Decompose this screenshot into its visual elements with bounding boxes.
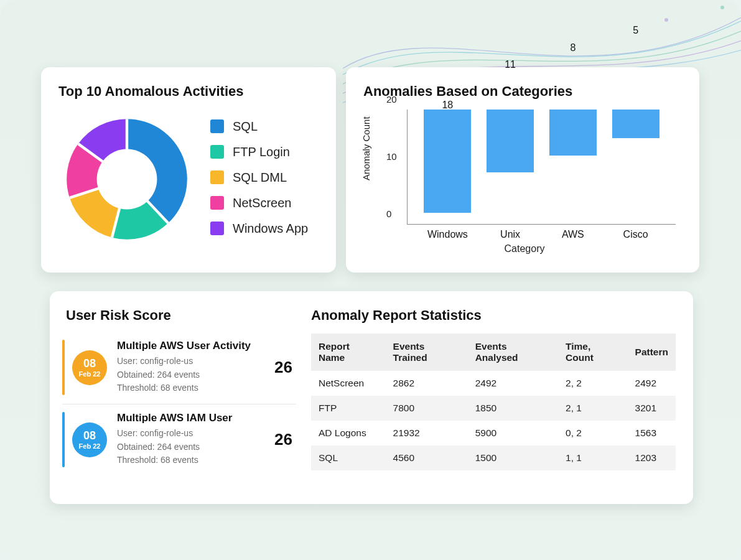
table-cell: 1500: [468, 446, 558, 470]
bottom-card: User Risk Score 08Feb 22Multiple AWS Use…: [50, 291, 693, 504]
table-cell: 5900: [468, 421, 558, 446]
donut-legend: SQLFTP LoginSQL DMLNetScreenWindows App: [210, 119, 308, 236]
table-cell: 2492: [628, 371, 676, 396]
bar-category-label: Windows: [427, 229, 468, 240]
legend-swatch: [210, 170, 224, 184]
legend-swatch: [210, 145, 224, 159]
table-cell: NetScreen: [311, 371, 386, 396]
table-cell: 2492: [468, 371, 558, 396]
anomalies-categories-card: Anomalies Based on Categories Anomaly Co…: [346, 67, 699, 273]
badge-month: Feb 22: [79, 443, 101, 450]
table-row: FTP780018502, 13201: [311, 396, 676, 421]
table-cell: 21932: [386, 421, 468, 446]
table-header: Report Name: [311, 334, 386, 371]
date-badge: 08Feb 22: [72, 350, 107, 385]
bar-rect: [549, 110, 597, 156]
bar-value: 8: [570, 42, 576, 110]
risk-title: Multiple AWS IAM User: [117, 412, 269, 424]
user-risk-score-panel: User Risk Score 08Feb 22Multiple AWS Use…: [62, 307, 296, 492]
legend-swatch: [210, 119, 224, 133]
svg-point-8: [97, 149, 157, 210]
risk-threshold: Threshold: 68 events: [117, 454, 269, 467]
risk-obtained: Obtained: 264 events: [117, 368, 269, 382]
table-cell: AD Logons: [311, 421, 386, 446]
table-header: Time, Count: [558, 334, 628, 371]
bar-col: 18Windows: [424, 110, 471, 224]
legend-item: SQL: [210, 119, 308, 134]
table-header: Events Analysed: [468, 334, 558, 371]
bar-value: 5: [633, 25, 638, 110]
risk-item[interactable]: 08Feb 22Multiple AWS User ActivityUser: …: [62, 332, 296, 404]
legend-label: NetScreen: [233, 196, 292, 210]
bar-col: 8AWS: [549, 110, 597, 224]
anomaly-report-statistics-panel: Anomaly Report Statistics Report NameEve…: [311, 307, 676, 492]
legend-label: Windows App: [233, 222, 308, 236]
risk-threshold: Threshold: 68 events: [117, 381, 269, 395]
panel-title: User Risk Score: [66, 307, 296, 324]
bar-rect: [487, 110, 534, 172]
table-cell: SQL: [311, 446, 386, 470]
date-badge: 08Feb 22: [72, 422, 107, 457]
risk-title: Multiple AWS User Activity: [117, 340, 269, 352]
table-cell: 2862: [386, 371, 468, 396]
badge-month: Feb 22: [79, 371, 101, 378]
table-row: SQL456015001, 11203: [311, 446, 676, 470]
risk-score: 26: [274, 430, 292, 449]
stats-table: Report NameEvents TrainedEvents Analysed…: [311, 334, 676, 470]
legend-item: FTP Login: [210, 145, 308, 159]
svg-point-1: [720, 6, 724, 9]
bar-ytick: 20: [386, 94, 397, 105]
table-cell: 0, 2: [558, 421, 628, 446]
table-header: Events Trained: [386, 334, 468, 371]
legend-swatch: [210, 196, 224, 210]
risk-score: 26: [274, 358, 292, 377]
risk-accent: [62, 340, 65, 395]
risk-obtained: Obtained: 264 events: [117, 441, 269, 454]
bar-value: 11: [505, 59, 516, 110]
table-cell: 3201: [628, 396, 676, 421]
table-cell: 2, 1: [558, 396, 628, 421]
bar-category-label: AWS: [562, 229, 584, 240]
table-cell: 1203: [628, 446, 676, 470]
table-header: Pattern: [628, 334, 676, 371]
table-row: AD Logons2193259000, 21563: [311, 421, 676, 446]
anomalous-activities-card: Top 10 Anomalous Activities SQLFTP Login…: [41, 67, 336, 273]
risk-user: User: config-role-us: [117, 355, 269, 368]
legend-label: SQL DML: [233, 170, 287, 185]
legend-item: SQL DML: [210, 170, 308, 185]
bar-category-label: Cisco: [623, 229, 648, 240]
bar-rect: [424, 110, 471, 213]
risk-item[interactable]: 08Feb 22Multiple AWS IAM UserUser: confi…: [62, 404, 296, 476]
table-cell: 2, 2: [558, 371, 628, 396]
card-title: Top 10 Anomalous Activities: [58, 83, 319, 100]
table-cell: 7800: [386, 396, 468, 421]
svg-point-0: [664, 18, 668, 22]
bar-ytick: 10: [386, 151, 397, 162]
badge-day: 08: [83, 358, 96, 369]
legend-item: Windows App: [210, 222, 308, 236]
legend-label: SQL: [233, 119, 258, 134]
table-cell: 4560: [386, 446, 468, 470]
table-cell: 1563: [628, 421, 676, 446]
bar-ytick: 0: [386, 208, 391, 219]
bar-category-label: Unix: [500, 229, 520, 240]
bar-chart: Anomaly Count 0102018Windows11Unix8AWS5C…: [367, 107, 682, 253]
bar-rect: [612, 110, 659, 138]
table-cell: 1850: [468, 396, 558, 421]
bar-xlabel: Category: [367, 243, 682, 254]
badge-day: 08: [83, 430, 96, 441]
table-row: NetScreen286224922, 22492: [311, 371, 676, 396]
bar-col: 11Unix: [487, 110, 534, 224]
bar-ylabel: Anomaly Count: [361, 116, 371, 180]
panel-title: Anomaly Report Statistics: [311, 307, 676, 324]
bar-value: 18: [442, 100, 453, 110]
table-cell: 1, 1: [558, 446, 628, 470]
risk-user: User: config-role-us: [117, 427, 269, 441]
legend-item: NetScreen: [210, 196, 308, 210]
anomalous-activities-donut: [58, 111, 195, 248]
table-cell: FTP: [311, 396, 386, 421]
bar-col: 5Cisco: [612, 110, 659, 224]
legend-swatch: [210, 222, 224, 235]
risk-accent: [62, 412, 65, 467]
legend-label: FTP Login: [233, 145, 290, 159]
